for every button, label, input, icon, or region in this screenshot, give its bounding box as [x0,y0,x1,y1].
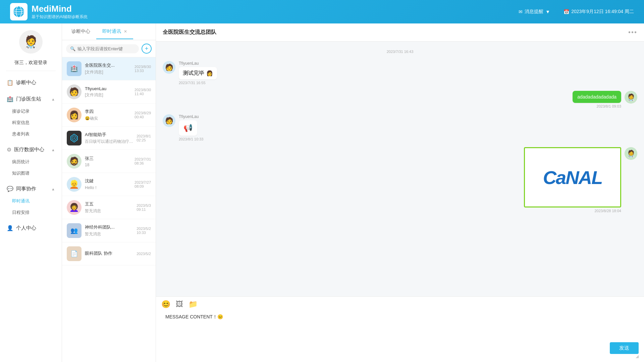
msg-content-3: TfiyuenLau 📢 2023/8/1 10:33 [179,114,203,141]
chat-info-7: 王五 暂无消息 [85,201,133,214]
msg-content-4: CaNAL 2023/8/28 18:04 [524,147,621,213]
chat-item-eye-team[interactable]: 📄 眼科团队 协作 2023/5/2 [62,242,156,265]
svg-point-6 [73,137,75,139]
sidebar-item-im[interactable]: 即时通讯 [0,195,62,207]
sidebar: 🧑‍⚕️ 张三，欢迎登录 📋 诊断中心 🏥 门诊医生站 ▲ 接诊记录 科室信息 … [0,23,62,362]
chat-time-4: 2023/8/102:25 [137,134,151,142]
msg-row-3: 🧑 TfiyuenLau 📢 2023/8/1 10:33 [163,114,637,141]
msg-time-2: 2023/8/1 09:03 [573,104,621,108]
chat-preview-8: 暂无消息 [85,231,133,237]
chat-name-8: 神经外科团队... [85,224,133,230]
search-wrap: 🔍 [66,44,139,53]
logo-text: MediMind 基于知识图谱的AI辅助诊断系统 [32,4,88,20]
msg-row-4: 🧑‍⚕️ CaNAL [163,147,637,213]
tab-close-icon[interactable]: ✕ [124,29,127,34]
chat-item-neuro-team[interactable]: 👥 神经外科团队... 暂无消息 2023/5/210:33 [62,219,156,242]
folder-button[interactable]: 📁 [189,300,198,309]
sidebar-item-schedule[interactable]: 日程安排 [0,207,62,218]
sidebar-label-clinic: 门诊医生站 [16,96,41,102]
chat-info-2: TfiyuenLau [文件消息] [85,86,131,98]
input-footer: 发送 [161,340,639,354]
msg-avatar-3: 🧑 [163,114,175,127]
avatar-zhangsan: 🧔 [67,154,82,169]
megaphone-icon: 📢 [183,124,193,132]
chat-item-ai[interactable]: AI智能助手 百日咳可以通过药物治疗、... 2023/8/102:25 [62,127,156,150]
chat-preview-2: [文件消息] [85,92,131,98]
emoji-button[interactable]: 😊 [161,300,170,309]
medical-data-icon: ⚙ [7,146,11,153]
chat-meta-4: 2023/8/102:25 [137,134,151,142]
chat-name-7: 王五 [85,201,133,207]
image-button[interactable]: 🖼 [176,300,183,309]
datetime-display: 📅 2023年9月12日 16:49:04 周二 [564,9,634,15]
chat-item-group-all[interactable]: 🏥 全医院医生交... [文件消息] 2023/8/3013:33 [62,57,156,80]
msg-row-1: 🧑 TfiyuenLau 测试完毕 👩 2023/7/31 16:55 [163,61,637,85]
chat-info: 全医院医生交... [文件消息] [85,62,131,75]
chat-more-button[interactable]: ••• [628,28,637,36]
notification-btn[interactable]: ✉ 消息提醒 ▼ [519,9,550,15]
app-subtitle: 基于知识图谱的AI辅助诊断系统 [32,14,88,20]
tab-diagnosis[interactable]: 诊断中心 [65,24,96,39]
notification-label: 消息提醒 [525,9,543,15]
chat-preview-3: 😩确实 [85,116,131,121]
chat-item-zhangsan[interactable]: 🧔 张三 18 2023/7/3108:36 [62,150,156,173]
chat-meta-3: 2023/8/2900:40 [135,111,151,119]
send-button[interactable]: 发送 [610,342,639,354]
chat-info-8: 神经外科团队... 暂无消息 [85,224,133,237]
add-contact-button[interactable]: + [142,44,152,54]
personal-icon: 👤 [7,225,13,231]
sidebar-item-history-stats[interactable]: 病历统计 [0,156,62,168]
sidebar-item-diagnosis[interactable]: 📋 诊断中心 [0,76,62,89]
chat-preview-6: Hello！ [85,185,131,191]
chat-meta-9: 2023/5/2 [137,252,151,256]
chat-meta-6: 2023/7/2708:09 [135,180,151,188]
chat-header: 全医院医生交流总团队 ••• [156,23,644,42]
chat-meta-7: 2023/5/309:11 [137,203,151,212]
chat-preview-7: 暂无消息 [85,208,133,214]
avatar-wangwu: 👩‍🦱 [67,200,82,215]
msg-bubble-2: adadadadadadada [573,91,621,103]
msg-avatar-1: 🧑 [163,61,175,74]
sidebar-item-colleague[interactable]: 💬 同事协作 ▲ [0,182,62,195]
avatar-tfiyuenlau: 🧑 [67,84,82,99]
sidebar-item-department[interactable]: 科室信息 [0,117,62,128]
sidebar-item-clinic[interactable]: 🏥 门诊医生站 ▲ [0,93,62,106]
chevron-icon-3: ▲ [51,187,55,191]
chat-item-tfiyuenlau[interactable]: 🧑 TfiyuenLau [文件消息] 2023/8/3011:40 [62,80,156,104]
sidebar-item-knowledge-graph[interactable]: 知识图谱 [0,168,62,179]
sidebar-item-personal[interactable]: 👤 个人中心 [0,222,62,235]
avatar-ai [67,131,82,145]
logo-icon [10,3,28,20]
chat-meta-2: 2023/8/3011:40 [135,88,151,96]
sidebar-section-diagnosis[interactable]: 📋 诊断中心 [0,76,62,89]
sidebar-item-reception[interactable]: 接诊记录 [0,106,62,117]
sidebar-divider [6,71,55,71]
chat-list: 🏥 全医院医生交... [文件消息] 2023/8/3013:33 🧑 Tfiy… [62,57,156,362]
chat-item-lisi[interactable]: 👩 李四 😩确实 2023/8/2900:40 [62,104,156,127]
chat-time-6: 2023/7/2708:09 [135,180,151,188]
search-input[interactable] [77,46,135,51]
main-layout: 🧑‍⚕️ 张三，欢迎登录 📋 诊断中心 🏥 门诊医生站 ▲ 接诊记录 科室信息 … [0,23,644,362]
sidebar-item-medical-data[interactable]: ⚙ 医疗数据中心 ▲ [0,143,62,156]
chevron-icon-2: ▲ [51,148,55,152]
msg-bubble-1: 测试完毕 👩 [179,67,217,79]
sidebar-item-patients[interactable]: 患者列表 [0,128,62,140]
chat-item-shenjian[interactable]: 👱 沈鍵 Hello！ 2023/7/2708:09 [62,173,156,196]
chat-name-3: 李四 [85,109,131,115]
chat-item-wangwu[interactable]: 👩‍🦱 王五 暂无消息 2023/5/309:11 [62,196,156,219]
chat-name: 全医院医生交... [85,62,131,68]
input-toolbar: 😊 🖼 📁 [161,300,639,309]
bell-icon: ✉ [519,9,523,14]
datetime-text: 2023年9月12日 16:49:04 周二 [571,9,634,15]
app-name: MediMind [32,4,88,14]
chat-meta-8: 2023/5/210:33 [137,227,151,235]
chat-input-area: 😊 🖼 📁 MESSAGE CONTENT！😐 发送 ◢ [156,296,644,362]
avatar-neuro-team: 👥 [67,223,82,238]
chat-info-4: AI智能助手 百日咳可以通过药物治疗、... [85,132,133,144]
chat-info-5: 张三 18 [85,156,131,167]
chat-preview-5: 18 [85,163,131,167]
tab-im[interactable]: 即时通讯 ✕ [96,24,133,39]
sidebar-section-medical-data: ⚙ 医疗数据中心 ▲ 病历统计 知识图谱 [0,143,62,179]
message-input[interactable]: MESSAGE CONTENT！😐 [161,311,639,338]
avatar-eye-team: 📄 [67,246,82,261]
